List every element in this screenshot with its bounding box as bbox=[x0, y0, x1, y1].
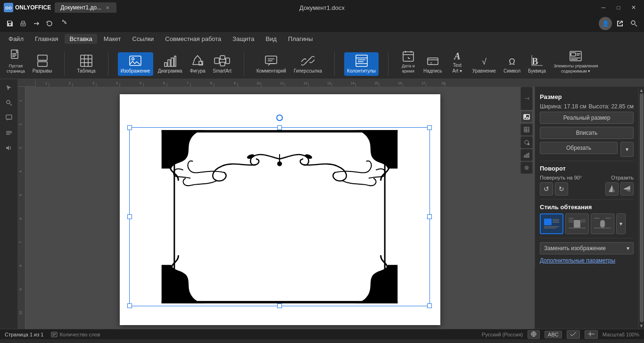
svg-rect-28 bbox=[220, 62, 225, 66]
wrap-tight-btn[interactable] bbox=[591, 213, 614, 234]
real-size-btn[interactable]: Реальный размер bbox=[540, 112, 634, 124]
svg-text:17: 17 bbox=[421, 82, 425, 85]
save-btn[interactable] bbox=[4, 17, 16, 30]
svg-line-32 bbox=[225, 57, 226, 61]
svg-rect-137 bbox=[528, 153, 529, 157]
ribbon-shape[interactable]: Фигура bbox=[187, 52, 208, 76]
resize-handle-mr[interactable] bbox=[427, 214, 432, 219]
menu-protect[interactable]: Защита bbox=[228, 34, 259, 44]
close-btn[interactable]: ✕ bbox=[627, 2, 640, 13]
resize-handle-bm[interactable] bbox=[277, 303, 282, 308]
ribbon-symbol[interactable]: Ω Символ bbox=[501, 53, 523, 76]
wrap-square-btn[interactable] bbox=[565, 213, 589, 234]
rotation-btns: ↺ ↻ bbox=[540, 182, 634, 196]
svg-rect-105 bbox=[18, 87, 25, 329]
menu-collab[interactable]: Совместная работа bbox=[160, 34, 226, 44]
fit-btn[interactable]: Вписать bbox=[540, 127, 634, 139]
track-changes-btn[interactable] bbox=[567, 330, 580, 339]
ribbon-equation[interactable]: √ Уравнение bbox=[470, 53, 499, 76]
rotate-cw-btn[interactable]: ↻ bbox=[555, 182, 568, 196]
tab-close-btn[interactable]: ✕ bbox=[104, 4, 111, 11]
menu-home[interactable]: Главная bbox=[30, 34, 63, 44]
panel-tab-text[interactable]: T bbox=[520, 87, 533, 110]
doc-scroll[interactable] bbox=[25, 87, 535, 329]
ribbon-blank-page[interactable]: Пустаястраница bbox=[4, 48, 28, 76]
sidebar-comment-btn[interactable] bbox=[2, 111, 16, 124]
sidebar-pointer-btn[interactable] bbox=[2, 81, 16, 94]
heading-label: Надпись bbox=[423, 68, 442, 74]
image-container[interactable] bbox=[129, 127, 430, 306]
zoom-btn[interactable] bbox=[585, 330, 598, 339]
rotate90-label: Повернуть на 90° bbox=[540, 175, 582, 180]
ribbon-group-items-illust: Изображение Диаграмма Фигура SmartArt bbox=[118, 52, 234, 76]
ribbon-heading[interactable]: T Надпись bbox=[421, 52, 445, 76]
h-ruler: 1 2 3 4 5 6 7 8 9 10 11 12 13 14 bbox=[36, 79, 644, 87]
menu-file[interactable]: Файл bbox=[4, 34, 28, 44]
quick-save-btn[interactable] bbox=[30, 17, 42, 30]
rotate-handle[interactable] bbox=[276, 114, 283, 121]
panel-tab-settings[interactable] bbox=[520, 162, 533, 174]
panel-tab-chart[interactable] bbox=[520, 149, 533, 161]
wrap-inline-btn[interactable] bbox=[540, 213, 563, 234]
ribbon-comment[interactable]: Комментарий bbox=[254, 52, 289, 76]
ribbon-datetime[interactable]: Дата ивремя bbox=[398, 48, 419, 76]
print-btn[interactable] bbox=[17, 17, 29, 30]
tab-label: Документ1.до... bbox=[60, 4, 101, 11]
ribbon-sep-4 bbox=[334, 51, 335, 76]
panel-tab-table[interactable] bbox=[520, 123, 533, 136]
crop-btn[interactable]: Обрезать bbox=[540, 142, 618, 154]
ribbon-chart[interactable]: Диаграмма bbox=[155, 52, 185, 76]
maximize-btn[interactable]: □ bbox=[612, 2, 625, 13]
ribbon-dropcap[interactable]: B Буквица bbox=[525, 52, 549, 76]
doc-tab[interactable]: Документ1.до... ✕ bbox=[55, 2, 116, 13]
advanced-params-link[interactable]: Дополнительные параметры bbox=[540, 257, 634, 264]
scroll-up-arrow[interactable]: ▲ bbox=[639, 88, 644, 92]
resize-handle-tm[interactable] bbox=[277, 125, 282, 130]
sidebar-search-btn[interactable] bbox=[2, 96, 16, 109]
ribbon-hyperlink[interactable]: Гиперссылка bbox=[291, 52, 325, 76]
ribbon-group-items: Пустаястраница Разрывы bbox=[4, 48, 55, 76]
search-btn[interactable] bbox=[628, 17, 640, 30]
window-controls: ─ □ ✕ bbox=[597, 2, 640, 13]
menu-view[interactable]: Вид bbox=[261, 34, 281, 44]
resize-handle-br[interactable] bbox=[427, 303, 432, 308]
size-section-title: Размер bbox=[540, 93, 634, 100]
spell-check-btn[interactable]: ABC bbox=[545, 331, 562, 338]
chart-label: Диаграмма bbox=[158, 68, 182, 74]
menu-plugins[interactable]: Плагины bbox=[283, 34, 318, 44]
ribbon-table[interactable]: Таблица bbox=[74, 52, 98, 76]
minimize-btn[interactable]: ─ bbox=[597, 2, 610, 13]
resize-handle-ml[interactable] bbox=[127, 214, 132, 219]
resize-handle-tr[interactable] bbox=[427, 125, 432, 130]
ribbon-smartart[interactable]: SmartArt bbox=[210, 52, 234, 76]
undo-btn[interactable] bbox=[43, 17, 56, 30]
replace-image-btn[interactable]: Заменить изображение ▾ bbox=[540, 242, 634, 254]
panel-tab-shape[interactable] bbox=[520, 136, 533, 148]
menu-insert[interactable]: Вставка bbox=[65, 34, 97, 44]
mirror-h-btn[interactable] bbox=[605, 182, 619, 196]
mirror-v-btn[interactable] bbox=[620, 182, 634, 196]
language-btn[interactable] bbox=[528, 330, 540, 339]
wrap-more-btn[interactable]: ▾ bbox=[616, 213, 626, 234]
rotation-labels: Повернуть на 90° Отразить bbox=[540, 175, 634, 180]
panel-tab-image[interactable] bbox=[520, 111, 533, 123]
sidebar-speaker-btn[interactable] bbox=[2, 141, 16, 155]
scroll-down-arrow[interactable]: ▼ bbox=[639, 323, 644, 328]
rotate-ccw-btn[interactable]: ↺ bbox=[540, 182, 553, 196]
ribbon-controls[interactable]: Элементы управлениясодержимым ▾ bbox=[551, 48, 601, 76]
open-location-btn[interactable] bbox=[614, 17, 626, 30]
sidebar-format-btn[interactable] bbox=[2, 126, 16, 139]
resize-handle-tl[interactable] bbox=[127, 125, 132, 130]
crop-arrow-btn[interactable]: ▾ bbox=[620, 142, 634, 157]
svg-text:1: 1 bbox=[45, 82, 47, 85]
profile-btn[interactable]: 👤 bbox=[599, 17, 612, 30]
scroll-thumb[interactable] bbox=[640, 93, 644, 322]
menu-layout[interactable]: Макет bbox=[99, 34, 126, 44]
ribbon-headerfooter[interactable]: Колонтитулы bbox=[344, 52, 379, 76]
ribbon-breaks[interactable]: Разрывы bbox=[30, 52, 55, 76]
ribbon-image[interactable]: Изображение bbox=[118, 52, 153, 76]
resize-handle-bl[interactable] bbox=[127, 303, 132, 308]
ribbon-textart[interactable]: A TextArt ▾ bbox=[447, 48, 468, 76]
redo-btn[interactable] bbox=[57, 17, 69, 30]
menu-references[interactable]: Ссылки bbox=[128, 34, 159, 44]
